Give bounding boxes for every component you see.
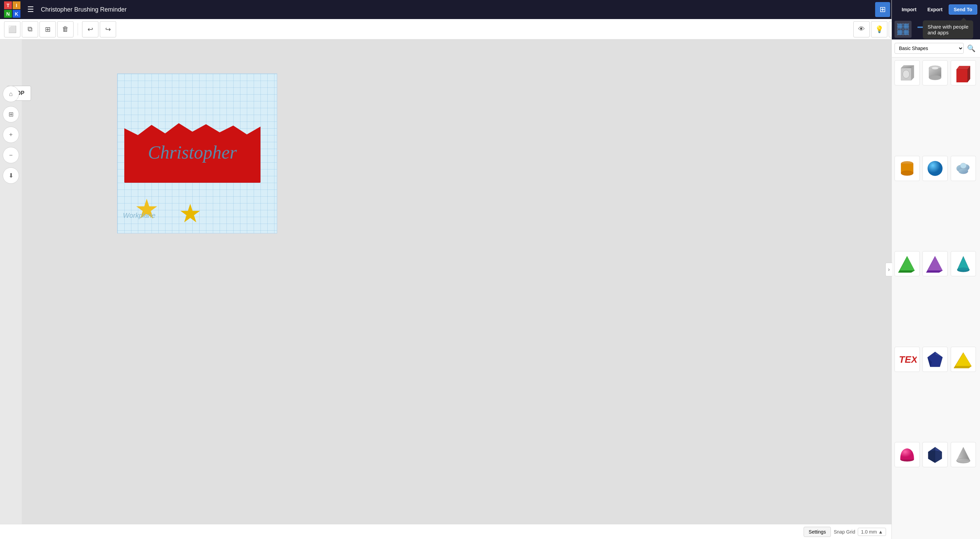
- grid-canvas[interactable]: Christopher ★ ★ Workplane: [117, 73, 277, 233]
- topbar: T I N K ☰ Christopher Brushing Reminder …: [0, 0, 980, 19]
- left-nav: ⌂ ⊞ + − ⬇: [0, 79, 22, 539]
- svg-point-34: [959, 168, 968, 174]
- snap-grid-chevron: ▲: [878, 529, 883, 534]
- svg-marker-17: [911, 65, 914, 80]
- svg-point-33: [960, 163, 966, 168]
- shape-cloud[interactable]: [951, 156, 976, 181]
- svg-rect-1: [904, 24, 908, 29]
- shape-cone-teal[interactable]: [951, 251, 976, 276]
- shapes-grid: TEXT: [892, 57, 980, 539]
- shape-library-header: [892, 19, 980, 40]
- download-button[interactable]: ⬇: [3, 167, 19, 184]
- shape-text[interactable]: TEXT: [894, 347, 920, 372]
- shape-pyramid-green[interactable]: [894, 251, 920, 276]
- canvas-viewport[interactable]: Christopher ★ ★ Workplane: [22, 40, 891, 539]
- logo-t: T: [4, 2, 12, 9]
- shape-gem-blue[interactable]: [923, 347, 948, 372]
- svg-point-43: [957, 268, 969, 272]
- svg-point-30: [928, 161, 943, 176]
- svg-marker-36: [898, 271, 915, 273]
- shape-sphere-solid[interactable]: [923, 156, 948, 181]
- menu-icon[interactable]: ☰: [27, 5, 34, 14]
- svg-point-57: [956, 458, 970, 463]
- divider: [78, 23, 78, 35]
- home-view-button[interactable]: ⌂: [3, 86, 19, 102]
- logo-k: K: [13, 10, 21, 18]
- shape-library-select-bar: Basic Shapes 🔍: [892, 40, 980, 57]
- import-button[interactable]: Import: [897, 5, 921, 14]
- svg-marker-54: [928, 450, 935, 463]
- svg-marker-39: [926, 271, 943, 273]
- name-plate: Christopher: [124, 122, 261, 190]
- svg-point-29: [901, 171, 913, 176]
- export-button[interactable]: Export: [923, 5, 947, 14]
- logo: T I N K: [4, 2, 21, 18]
- duplicate-button[interactable]: ⊞: [40, 21, 56, 37]
- delete-button[interactable]: 🗑: [57, 21, 73, 37]
- shape-pyramid-yellow[interactable]: [951, 347, 976, 372]
- star-2: ★: [179, 201, 202, 226]
- copy-button[interactable]: ⧉: [22, 21, 38, 37]
- grid-view-icon[interactable]: ⊞: [875, 2, 890, 17]
- svg-marker-26: [956, 70, 967, 82]
- fit-view-button[interactable]: ⊞: [3, 106, 19, 122]
- name-plate-text: Christopher: [124, 142, 261, 163]
- workplane-label: Workplane: [123, 212, 156, 219]
- zoom-out-button[interactable]: −: [3, 147, 19, 163]
- grid-library-button[interactable]: [894, 21, 912, 38]
- camera-button[interactable]: 👁: [853, 21, 870, 37]
- settings-button[interactable]: Settings: [803, 527, 831, 537]
- svg-marker-48: [955, 352, 972, 366]
- shape-dome-pink[interactable]: [894, 442, 920, 467]
- shape-pyramid-purple[interactable]: [923, 251, 948, 276]
- logo-i: I: [13, 2, 21, 9]
- shape-cylinder-hole[interactable]: [923, 60, 948, 86]
- main-area: ⌂ ⊞ + − ⬇ TOP Christopher: [0, 40, 891, 539]
- svg-marker-15: [923, 24, 928, 34]
- collapse-handle[interactable]: ›: [885, 263, 892, 276]
- svg-marker-38: [928, 256, 943, 271]
- snap-grid-value-text: 1.0 mm: [861, 529, 877, 534]
- project-title: Christopher Brushing Reminder: [41, 6, 871, 13]
- redo-button[interactable]: ↪: [100, 21, 116, 37]
- logo-n: N: [4, 10, 12, 18]
- light-button[interactable]: 💡: [871, 21, 888, 37]
- svg-point-23: [932, 67, 939, 70]
- bottom-bar: Settings Snap Grid 1.0 mm ▲: [0, 524, 891, 539]
- send-to-button[interactable]: Send To: [949, 5, 977, 14]
- svg-marker-35: [900, 256, 915, 271]
- shape-gem-dark[interactable]: [923, 442, 948, 467]
- shape-cone-grey[interactable]: [951, 442, 976, 467]
- undo-button[interactable]: ↩: [82, 21, 99, 37]
- svg-point-19: [903, 70, 910, 78]
- svg-marker-49: [954, 366, 972, 368]
- snap-grid-label: Snap Grid: [834, 529, 855, 534]
- right-panel: Import Export Send To: [891, 0, 980, 539]
- right-panel-topbar: Import Export Send To: [892, 0, 980, 19]
- svg-rect-0: [897, 24, 902, 29]
- svg-rect-2: [897, 30, 902, 35]
- svg-point-22: [929, 75, 941, 80]
- toolbar: ⬜ ⧉ ⊞ 🗑 ↩ ↪ 👁 💡 ◻ ◯ ⊟ ⟺ ⋯: [0, 19, 980, 40]
- zoom-in-button[interactable]: +: [3, 127, 19, 143]
- shape-category-select[interactable]: Basic Shapes: [894, 43, 964, 54]
- snap-grid-select[interactable]: 1.0 mm ▲: [858, 528, 886, 536]
- new-document-button[interactable]: ⬜: [4, 21, 21, 37]
- send-shape-button[interactable]: [914, 21, 931, 38]
- shape-box-solid[interactable]: [951, 60, 976, 86]
- svg-text:TEXT: TEXT: [899, 354, 917, 365]
- shape-box-hole[interactable]: [894, 60, 920, 86]
- search-shapes-button[interactable]: 🔍: [965, 42, 977, 54]
- svg-rect-3: [904, 30, 908, 35]
- shape-cylinder-solid[interactable]: [894, 156, 920, 181]
